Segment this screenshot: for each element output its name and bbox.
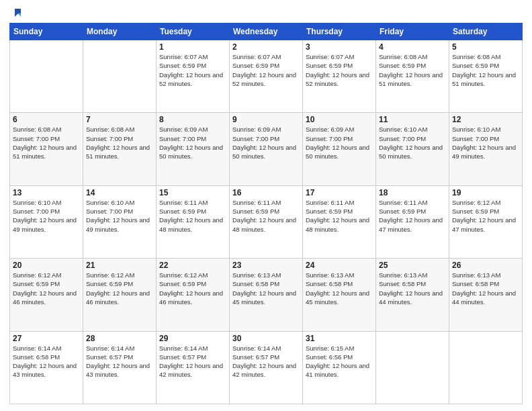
day-number: 21 <box>86 261 153 270</box>
day-number: 16 <box>232 188 300 197</box>
calendar-cell: 5Sunrise: 6:08 AM Sunset: 6:59 PM Daylig… <box>449 40 523 113</box>
calendar-cell: 8Sunrise: 6:09 AM Sunset: 7:00 PM Daylig… <box>157 113 230 185</box>
calendar-cell: 21Sunrise: 6:12 AM Sunset: 6:59 PM Dayli… <box>83 259 157 331</box>
calendar-cell <box>449 331 523 404</box>
day-info: Sunrise: 6:08 AM Sunset: 6:59 PM Dayligh… <box>452 52 519 88</box>
calendar-cell: 30Sunrise: 6:14 AM Sunset: 6:57 PM Dayli… <box>230 331 303 404</box>
calendar-cell: 15Sunrise: 6:11 AM Sunset: 6:59 PM Dayli… <box>157 185 230 258</box>
logo-icon <box>11 7 23 19</box>
day-info: Sunrise: 6:11 AM Sunset: 6:59 PM Dayligh… <box>306 198 373 234</box>
day-info: Sunrise: 6:10 AM Sunset: 7:00 PM Dayligh… <box>13 198 80 234</box>
svg-marker-1 <box>18 14 21 17</box>
logo <box>9 7 23 17</box>
day-info: Sunrise: 6:12 AM Sunset: 6:59 PM Dayligh… <box>86 271 153 306</box>
day-info: Sunrise: 6:07 AM Sunset: 6:59 PM Dayligh… <box>159 52 226 88</box>
day-info: Sunrise: 6:13 AM Sunset: 6:58 PM Dayligh… <box>232 271 300 306</box>
day-number: 3 <box>306 42 373 52</box>
day-info: Sunrise: 6:11 AM Sunset: 6:59 PM Dayligh… <box>379 198 446 234</box>
calendar-cell: 29Sunrise: 6:14 AM Sunset: 6:57 PM Dayli… <box>157 331 230 404</box>
calendar-cell: 1Sunrise: 6:07 AM Sunset: 6:59 PM Daylig… <box>157 40 230 113</box>
day-number: 1 <box>159 42 226 52</box>
day-info: Sunrise: 6:09 AM Sunset: 7:00 PM Dayligh… <box>232 125 300 161</box>
calendar-cell: 11Sunrise: 6:10 AM Sunset: 7:00 PM Dayli… <box>376 113 449 185</box>
day-info: Sunrise: 6:09 AM Sunset: 7:00 PM Dayligh… <box>159 125 226 161</box>
day-info: Sunrise: 6:10 AM Sunset: 7:00 PM Dayligh… <box>452 125 519 161</box>
calendar-cell: 9Sunrise: 6:09 AM Sunset: 7:00 PM Daylig… <box>230 113 303 185</box>
calendar-cell: 4Sunrise: 6:08 AM Sunset: 6:59 PM Daylig… <box>376 40 449 113</box>
day-number: 18 <box>379 188 446 197</box>
day-number: 26 <box>452 261 519 270</box>
calendar-cell: 6Sunrise: 6:08 AM Sunset: 7:00 PM Daylig… <box>10 113 83 185</box>
day-info: Sunrise: 6:12 AM Sunset: 6:59 PM Dayligh… <box>452 198 519 234</box>
day-number: 9 <box>232 115 300 124</box>
day-info: Sunrise: 6:09 AM Sunset: 7:00 PM Dayligh… <box>306 125 373 161</box>
day-number: 12 <box>452 115 519 124</box>
day-info: Sunrise: 6:08 AM Sunset: 6:59 PM Dayligh… <box>379 52 446 88</box>
day-number: 4 <box>379 42 446 52</box>
day-number: 29 <box>159 334 226 343</box>
calendar-cell <box>83 40 157 113</box>
day-number: 22 <box>159 261 226 270</box>
day-number: 31 <box>306 334 373 343</box>
calendar-cell: 23Sunrise: 6:13 AM Sunset: 6:58 PM Dayli… <box>230 259 303 331</box>
day-number: 28 <box>86 334 153 343</box>
calendar-cell: 31Sunrise: 6:15 AM Sunset: 6:56 PM Dayli… <box>303 331 376 404</box>
calendar-cell: 7Sunrise: 6:08 AM Sunset: 7:00 PM Daylig… <box>83 113 157 185</box>
day-number: 25 <box>379 261 446 270</box>
day-info: Sunrise: 6:08 AM Sunset: 7:00 PM Dayligh… <box>86 125 153 161</box>
day-of-week-header: Thursday <box>303 24 376 40</box>
day-number: 20 <box>13 261 80 270</box>
calendar-cell: 27Sunrise: 6:14 AM Sunset: 6:58 PM Dayli… <box>10 331 83 404</box>
calendar-cell: 14Sunrise: 6:10 AM Sunset: 7:00 PM Dayli… <box>83 185 157 258</box>
day-info: Sunrise: 6:13 AM Sunset: 6:58 PM Dayligh… <box>306 271 373 306</box>
day-info: Sunrise: 6:10 AM Sunset: 7:00 PM Dayligh… <box>379 125 446 161</box>
day-info: Sunrise: 6:07 AM Sunset: 6:59 PM Dayligh… <box>306 52 373 88</box>
day-number: 23 <box>232 261 300 270</box>
day-of-week-header: Sunday <box>10 24 83 40</box>
calendar-cell: 18Sunrise: 6:11 AM Sunset: 6:59 PM Dayli… <box>376 185 449 258</box>
day-info: Sunrise: 6:15 AM Sunset: 6:56 PM Dayligh… <box>306 344 373 379</box>
calendar-cell: 17Sunrise: 6:11 AM Sunset: 6:59 PM Dayli… <box>303 185 376 258</box>
day-number: 13 <box>13 188 80 197</box>
day-of-week-header: Wednesday <box>230 24 303 40</box>
day-number: 6 <box>13 115 80 124</box>
calendar-cell <box>376 331 449 404</box>
day-info: Sunrise: 6:12 AM Sunset: 6:59 PM Dayligh… <box>13 271 80 306</box>
calendar-cell: 2Sunrise: 6:07 AM Sunset: 6:59 PM Daylig… <box>230 40 303 113</box>
day-number: 11 <box>379 115 446 124</box>
day-number: 19 <box>452 188 519 197</box>
day-info: Sunrise: 6:14 AM Sunset: 6:57 PM Dayligh… <box>159 344 226 379</box>
calendar-cell: 28Sunrise: 6:14 AM Sunset: 6:57 PM Dayli… <box>83 331 157 404</box>
day-info: Sunrise: 6:12 AM Sunset: 6:59 PM Dayligh… <box>159 271 226 306</box>
day-number: 27 <box>13 334 80 343</box>
day-info: Sunrise: 6:14 AM Sunset: 6:57 PM Dayligh… <box>232 344 300 379</box>
day-of-week-header: Friday <box>376 24 449 40</box>
calendar-cell: 19Sunrise: 6:12 AM Sunset: 6:59 PM Dayli… <box>449 185 523 258</box>
day-info: Sunrise: 6:13 AM Sunset: 6:58 PM Dayligh… <box>379 271 446 306</box>
calendar-cell: 20Sunrise: 6:12 AM Sunset: 6:59 PM Dayli… <box>10 259 83 331</box>
calendar-cell: 25Sunrise: 6:13 AM Sunset: 6:58 PM Dayli… <box>376 259 449 331</box>
calendar-cell: 16Sunrise: 6:11 AM Sunset: 6:59 PM Dayli… <box>230 185 303 258</box>
calendar-cell: 12Sunrise: 6:10 AM Sunset: 7:00 PM Dayli… <box>449 113 523 185</box>
day-info: Sunrise: 6:10 AM Sunset: 7:00 PM Dayligh… <box>86 198 153 234</box>
day-number: 14 <box>86 188 153 197</box>
day-info: Sunrise: 6:13 AM Sunset: 6:58 PM Dayligh… <box>452 271 519 306</box>
day-number: 17 <box>306 188 373 197</box>
calendar-cell: 22Sunrise: 6:12 AM Sunset: 6:59 PM Dayli… <box>157 259 230 331</box>
calendar-cell: 24Sunrise: 6:13 AM Sunset: 6:58 PM Dayli… <box>303 259 376 331</box>
day-info: Sunrise: 6:08 AM Sunset: 7:00 PM Dayligh… <box>13 125 80 161</box>
day-of-week-header: Saturday <box>449 24 523 40</box>
day-number: 8 <box>159 115 226 124</box>
day-info: Sunrise: 6:11 AM Sunset: 6:59 PM Dayligh… <box>232 198 300 234</box>
calendar-header: SundayMondayTuesdayWednesdayThursdayFrid… <box>10 24 523 40</box>
day-number: 15 <box>159 188 226 197</box>
calendar-cell: 10Sunrise: 6:09 AM Sunset: 7:00 PM Dayli… <box>303 113 376 185</box>
day-info: Sunrise: 6:07 AM Sunset: 6:59 PM Dayligh… <box>232 52 300 88</box>
day-number: 30 <box>232 334 300 343</box>
day-info: Sunrise: 6:11 AM Sunset: 6:59 PM Dayligh… <box>159 198 226 234</box>
day-number: 24 <box>306 261 373 270</box>
calendar-table: SundayMondayTuesdayWednesdayThursdayFrid… <box>9 23 523 404</box>
day-number: 10 <box>306 115 373 124</box>
calendar-cell <box>10 40 83 113</box>
calendar-cell: 26Sunrise: 6:13 AM Sunset: 6:58 PM Dayli… <box>449 259 523 331</box>
